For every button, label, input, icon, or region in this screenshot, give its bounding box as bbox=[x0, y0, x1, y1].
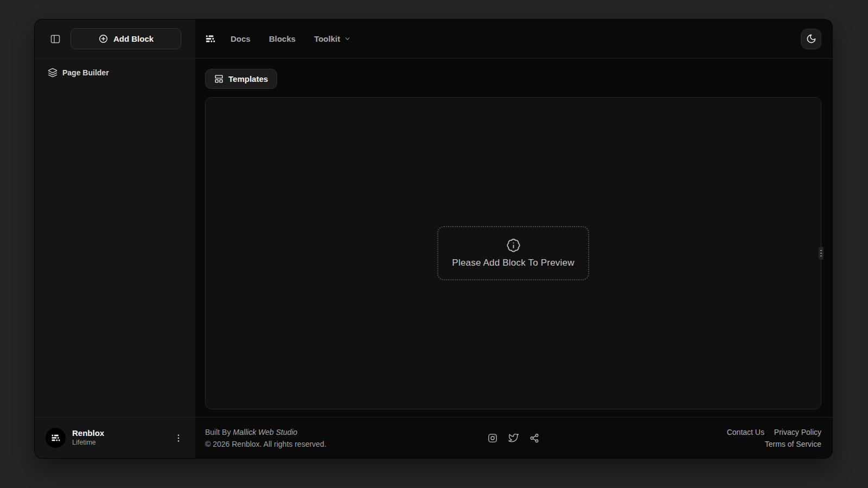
copyright-text: © 2026 Renblox. All rights reserved. bbox=[205, 438, 488, 450]
templates-button[interactable]: Templates bbox=[205, 69, 277, 89]
account-menu-button[interactable] bbox=[174, 433, 183, 443]
sidebar-toggle-button[interactable] bbox=[50, 34, 61, 44]
layers-icon bbox=[48, 68, 58, 78]
layout-panel-top-icon bbox=[214, 74, 224, 84]
add-block-button[interactable]: Add Block bbox=[71, 28, 181, 49]
social-links bbox=[488, 433, 539, 443]
twitter-icon[interactable] bbox=[508, 433, 519, 443]
preview-canvas: Please Add Block To Preview bbox=[205, 97, 821, 409]
instagram-icon[interactable] bbox=[488, 433, 497, 443]
privacy-policy-link[interactable]: Privacy Policy bbox=[774, 428, 821, 436]
sidebar-item-page-builder[interactable]: Page Builder bbox=[48, 68, 182, 78]
sidebar-item-label: Page Builder bbox=[62, 68, 109, 77]
account-info: Renblox Lifetime bbox=[72, 428, 167, 447]
sidebar-footer: Renblox Lifetime bbox=[35, 417, 195, 458]
share-icon[interactable] bbox=[529, 433, 539, 443]
account-name: Renblox bbox=[72, 428, 167, 439]
main-nav: Docs Blocks Toolkit bbox=[231, 34, 351, 43]
panel-left-icon bbox=[50, 34, 61, 44]
contact-us-link[interactable]: Contact Us bbox=[727, 428, 764, 436]
kebab-menu-icon bbox=[174, 433, 183, 443]
nav-item-docs[interactable]: Docs bbox=[231, 34, 251, 43]
nav-item-toolkit[interactable]: Toolkit bbox=[314, 34, 351, 43]
top-navbar: Docs Blocks Toolkit bbox=[195, 20, 832, 59]
built-by-label: Built By bbox=[205, 428, 231, 436]
theme-toggle-button[interactable] bbox=[801, 29, 821, 49]
terms-of-service-link[interactable]: Terms of Service bbox=[765, 440, 821, 448]
sidebar: Page Builder bbox=[35, 59, 195, 417]
nav-item-blocks[interactable]: Blocks bbox=[269, 34, 296, 43]
add-block-label: Add Block bbox=[113, 34, 154, 43]
legal-links: Contact Us Privacy Policy Terms of Servi… bbox=[539, 426, 822, 450]
chevron-down-icon bbox=[344, 35, 351, 42]
empty-state-message: Please Add Block To Preview bbox=[452, 258, 574, 268]
page-footer: Built By Mallick Web Studio © 2026 Renbl… bbox=[195, 417, 832, 458]
renblox-logo-icon[interactable] bbox=[204, 33, 216, 45]
moon-icon bbox=[806, 34, 816, 44]
account-plan-badge: Lifetime bbox=[72, 439, 167, 447]
footer-credits: Built By Mallick Web Studio © 2026 Renbl… bbox=[205, 426, 488, 450]
templates-label: Templates bbox=[228, 74, 268, 84]
main-content: Templates Please Add Block To Preview bbox=[195, 59, 832, 417]
renblox-avatar-logo bbox=[46, 428, 66, 448]
sidebar-header: Add Block bbox=[35, 20, 195, 59]
empty-state: Please Add Block To Preview bbox=[437, 226, 589, 280]
studio-name: Mallick Web Studio bbox=[233, 428, 297, 436]
canvas-resize-handle[interactable] bbox=[819, 247, 824, 260]
badge-info-icon bbox=[506, 238, 521, 253]
circle-plus-icon bbox=[98, 34, 108, 44]
app-window: Add Block Docs Blocks Toolkit bbox=[35, 20, 832, 458]
